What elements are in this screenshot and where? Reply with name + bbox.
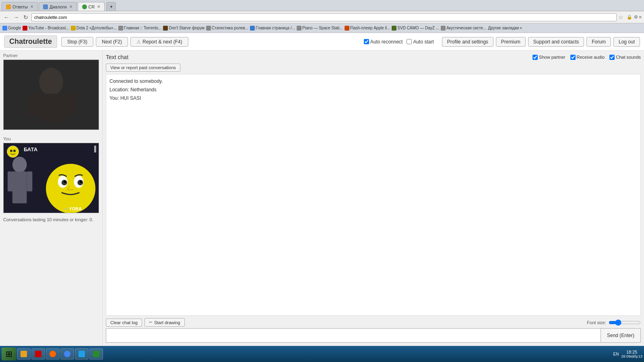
auto-reconnect-checkbox[interactable] — [364, 39, 369, 44]
bookmark-dontstarve[interactable]: Don't Starve форум — [163, 26, 204, 31]
avatar-svg — [7, 146, 19, 157]
bookmarks-bar: Google YouTube - Broadcast... Dota 2 «До… — [0, 23, 644, 33]
site-logo[interactable]: Chatroulette — [4, 35, 57, 48]
view-past-button[interactable]: View or report past conversations — [106, 64, 180, 72]
clear-chat-button[interactable]: Clear chat log — [106, 319, 142, 327]
svg-rect-4 — [62, 94, 75, 116]
font-size-slider[interactable] — [609, 319, 641, 326]
extension-icons: 🔒 ⚙ ≡ — [627, 14, 642, 20]
bookmark-others[interactable]: Другие закладки » — [488, 26, 522, 30]
start-button[interactable]: ⊞ — [2, 348, 16, 360]
new-tab-button[interactable]: + — [106, 2, 116, 11]
chat-title: Text chat — [106, 54, 128, 60]
tab-label-3: CR — [89, 4, 95, 9]
bookmark-flash[interactable]: Flash-плеер Apple il... — [345, 26, 390, 31]
bookmark-youtube[interactable]: YouTube - Broadcast... — [23, 26, 69, 31]
chat-bottom-toolbar: Clear chat log ✏ Start drawing Font size… — [106, 318, 641, 327]
you-video-bg: БАТА — [4, 143, 99, 213]
taskbar-app-icon-5 — [78, 351, 85, 357]
partner-section: Partner — [0, 51, 102, 132]
bookmark-icon-google — [2, 26, 7, 31]
bookmark-stat[interactable]: Статистика ролев... — [206, 26, 248, 31]
taskbar-app-2[interactable] — [31, 348, 45, 360]
taskbar-app-4[interactable] — [60, 348, 74, 360]
close-tab-2[interactable]: ✕ — [69, 4, 72, 9]
next-button[interactable]: Next (F2) — [96, 37, 128, 47]
address-bar: ← → ↻ ☆ 🔒 ⚙ ≡ — [0, 11, 644, 23]
receive-audio-checkbox[interactable] — [570, 55, 576, 60]
bookmark-icon-svd — [392, 26, 396, 31]
partner-video-bg — [4, 60, 99, 130]
partner-video-svg — [4, 60, 99, 130]
auto-start-label[interactable]: Auto start — [407, 39, 433, 45]
receive-audio-label[interactable]: Receive audio — [570, 55, 605, 60]
bookmark-icon-acoustic — [441, 26, 446, 31]
chat-toolbar: View or report past conversations — [106, 64, 641, 72]
show-partner-checkbox[interactable] — [533, 55, 538, 60]
close-tab-3[interactable]: ✕ — [97, 4, 100, 9]
taskbar-app-icon-6 — [93, 351, 99, 357]
taskbar-app-3[interactable] — [46, 348, 60, 360]
taskbar-app-icon-4 — [64, 351, 70, 357]
svg-rect-2 — [39, 94, 63, 121]
taskbar-locale: EN — [613, 352, 619, 356]
bookmark-svd[interactable]: SVD CAMO — DayZ ... — [392, 26, 439, 31]
logout-button[interactable]: Log out — [613, 37, 640, 47]
close-tab-1[interactable]: ✕ — [30, 4, 33, 9]
forward-button[interactable]: → — [12, 13, 20, 21]
show-partner-label[interactable]: Show partner — [533, 55, 565, 60]
chat-message-3: You: HUI SASI — [109, 95, 637, 102]
taskbar-right: EN 18:25 28.09кáбу.13 — [613, 350, 642, 358]
svg-point-10 — [46, 164, 95, 213]
bookmark-piano[interactable]: Piano — Space Stati... — [297, 26, 343, 31]
svg-point-15 — [64, 181, 66, 183]
bookmark-dota[interactable]: Dota 2 «Дотолюбы»... — [71, 26, 117, 31]
stop-button[interactable]: Stop (F3) — [61, 37, 93, 47]
taskbar-app-5[interactable] — [75, 348, 89, 360]
tab-dialog[interactable]: Диалоги ✕ — [39, 2, 77, 11]
premium-button[interactable]: Premium — [496, 37, 526, 47]
bookmark-acoustic[interactable]: Акустическая систе... — [441, 26, 486, 31]
chat-sounds-label[interactable]: Chat sounds — [609, 55, 641, 60]
tab-cr[interactable]: CR ✕ — [78, 2, 105, 11]
profile-settings-button[interactable]: Profile and settings — [442, 37, 493, 47]
start-drawing-button[interactable]: ✏ Start drawing — [144, 318, 185, 327]
chat-sounds-checkbox[interactable] — [609, 55, 615, 60]
bookmark-home[interactable]: Главная страница /... — [250, 26, 295, 31]
chat-options: Show partner Receive audio Chat sounds — [533, 55, 641, 60]
svg-point-16 — [80, 181, 82, 183]
pencil-icon: ✏ — [149, 320, 153, 325]
chat-input-row: Send (Enter) — [106, 328, 641, 343]
send-button[interactable]: Send (Enter) — [601, 328, 641, 343]
nav-checkboxes: Auto reconnect Auto start — [364, 39, 434, 45]
tab-otvet[interactable]: Ответы ✕ — [2, 2, 38, 11]
report-icon: ⚠ — [136, 39, 141, 45]
support-contacts-button[interactable]: Support and contacts — [528, 37, 584, 47]
svg-point-18 — [10, 150, 12, 152]
bookmark-google[interactable]: Google — [2, 26, 21, 31]
taskbar-app-1[interactable] — [17, 348, 31, 360]
report-next-button[interactable]: ⚠ Report & next (F4) — [130, 37, 188, 47]
sidebar: Partner — [0, 51, 103, 346]
chat-input[interactable] — [106, 328, 601, 343]
chat-messages: Connected to somebody. Location: Netherl… — [106, 74, 641, 316]
mic-indicator: ▐ — [92, 146, 96, 152]
svg-point-17 — [7, 146, 19, 157]
refresh-button[interactable]: ↻ — [22, 13, 30, 21]
svg-rect-7 — [12, 171, 27, 203]
back-button[interactable]: ← — [2, 13, 10, 21]
auto-start-checkbox[interactable] — [407, 39, 412, 44]
bookmark-star[interactable]: ☆ — [618, 14, 623, 21]
chat-bottom: Clear chat log ✏ Start drawing Font size… — [106, 318, 641, 343]
forum-button[interactable]: Forum — [586, 37, 611, 47]
chat-area: Text chat Show partner Receive audio — [103, 51, 644, 346]
chat-bottom-left: Clear chat log ✏ Start drawing — [106, 318, 185, 327]
svg-rect-8 — [8, 171, 13, 191]
tab-label-1: Ответы — [12, 4, 28, 9]
bookmark-torrents[interactable]: Главная :: Torrents... — [118, 26, 162, 31]
taskbar-app-6[interactable] — [89, 348, 103, 360]
avatar-small — [7, 146, 19, 158]
address-input[interactable] — [31, 13, 617, 21]
taskbar-app-icon-2 — [35, 351, 41, 357]
auto-reconnect-label[interactable]: Auto reconnect — [364, 39, 403, 45]
